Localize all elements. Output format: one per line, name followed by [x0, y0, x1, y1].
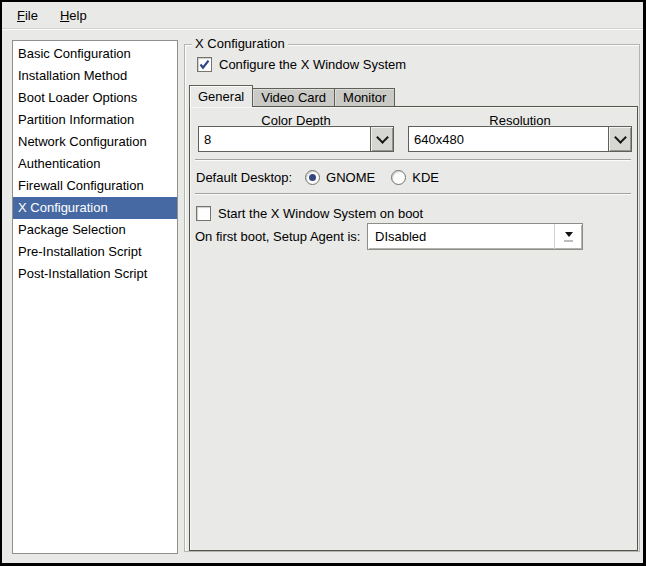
- menu-help[interactable]: Help: [53, 5, 94, 26]
- gnome-radio[interactable]: [305, 170, 320, 185]
- gnome-radio-label: GNOME: [326, 170, 375, 185]
- color-depth-label: Color Depth: [198, 113, 394, 127]
- separator: [195, 159, 631, 161]
- setup-agent-dropdown[interactable]: DIsabled: [367, 223, 583, 250]
- kickstart-configurator-window: File Help Basic Configuration Installati…: [0, 0, 646, 566]
- sidebar-item-x-configuration[interactable]: X Configuration: [13, 197, 177, 219]
- tab-monitor[interactable]: Monitor: [334, 88, 395, 107]
- resolution-label: Resolution: [408, 113, 632, 127]
- resolution-combobox[interactable]: 640x480: [408, 126, 632, 152]
- color-depth-combobox[interactable]: 8: [198, 126, 394, 152]
- resolution-value: 640x480: [409, 127, 608, 151]
- kde-radio-label: KDE: [412, 170, 439, 185]
- radio-group-kde: KDE: [391, 170, 439, 185]
- configure-x-label: Configure the X Window System: [219, 57, 406, 72]
- frame-title: X Configuration: [192, 36, 288, 51]
- menu-file-rest: ile: [25, 8, 38, 23]
- category-list: Basic Configuration Installation Method …: [12, 40, 178, 554]
- sidebar-item-boot-loader-options[interactable]: Boot Loader Options: [13, 87, 177, 109]
- tab-strip: General Video Card Monitor: [189, 85, 395, 107]
- start-x-checkbox[interactable]: [196, 206, 211, 221]
- radio-dot-icon: [309, 174, 316, 181]
- sidebar-item-basic-configuration[interactable]: Basic Configuration: [13, 43, 177, 65]
- sidebar-item-installation-method[interactable]: Installation Method: [13, 65, 177, 87]
- x-configuration-frame: X Configuration Configure the X Window S…: [184, 44, 640, 552]
- sidebar-item-package-selection[interactable]: Package Selection: [13, 219, 177, 241]
- resolution-dropdown-button[interactable]: [608, 127, 631, 151]
- default-desktop-label: Default Desktop:: [196, 170, 292, 185]
- start-x-row: Start the X Window System on boot: [196, 205, 423, 221]
- menu-help-rest: elp: [69, 8, 86, 23]
- tab-video-card[interactable]: Video Card: [252, 88, 335, 107]
- start-x-label: Start the X Window System on boot: [218, 206, 423, 221]
- sidebar-item-firewall-configuration[interactable]: Firewall Configuration: [13, 175, 177, 197]
- configure-x-checkbox[interactable]: [197, 57, 212, 72]
- kde-radio[interactable]: [391, 170, 406, 185]
- tab-general-label: General: [198, 89, 244, 104]
- setup-agent-label: On first boot, Setup Agent is:: [195, 223, 360, 250]
- color-depth-value: 8: [199, 127, 370, 151]
- menu-file[interactable]: File: [10, 5, 45, 26]
- default-desktop-row: Default Desktop: GNOME KDE: [196, 166, 455, 188]
- sidebar-item-pre-installation-script[interactable]: Pre-Installation Script: [13, 241, 177, 263]
- menu-file-mnemonic: F: [17, 8, 25, 23]
- sidebar-item-partition-information[interactable]: Partition Information: [13, 109, 177, 131]
- general-tab-panel: Color Depth Resolution 8 640x480 Default…: [189, 106, 638, 551]
- menu-help-mnemonic: H: [60, 8, 69, 23]
- radio-group-gnome: GNOME: [305, 170, 375, 185]
- chevron-down-icon: [376, 131, 389, 144]
- tab-general[interactable]: General: [189, 85, 253, 107]
- color-depth-dropdown-button[interactable]: [370, 127, 393, 151]
- configure-x-row: Configure the X Window System: [197, 57, 406, 72]
- sidebar-item-network-configuration[interactable]: Network Configuration: [13, 131, 177, 153]
- setup-agent-value: DIsabled: [368, 224, 554, 249]
- menu-bar: File Help: [2, 2, 643, 29]
- sidebar-item-authentication[interactable]: Authentication: [13, 153, 177, 175]
- separator: [195, 193, 631, 195]
- setup-agent-arrow-area: [554, 224, 582, 249]
- tab-video-card-label: Video Card: [261, 90, 326, 105]
- dropdown-arrow-icon: [565, 232, 573, 237]
- chevron-down-icon: [614, 131, 627, 144]
- sidebar-item-post-installation-script[interactable]: Post-Installation Script: [13, 263, 177, 285]
- dropdown-dash-icon: [564, 240, 573, 242]
- checkmark-icon: [199, 59, 210, 70]
- tab-monitor-label: Monitor: [343, 90, 386, 105]
